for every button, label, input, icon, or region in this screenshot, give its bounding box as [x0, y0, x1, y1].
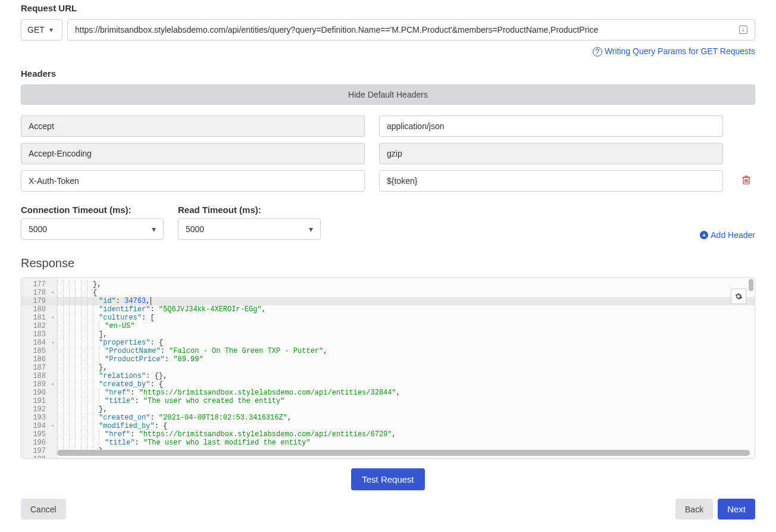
add-header-label: Add Header	[711, 230, 755, 240]
headers-label: Headers	[21, 68, 755, 79]
plus-icon: +	[700, 231, 708, 239]
request-url-label: Request URL	[21, 3, 755, 13]
next-button[interactable]: Next	[718, 499, 755, 520]
connection-timeout-select[interactable]: 5000	[21, 218, 164, 240]
url-trailing-icon[interactable]: ⇣	[739, 26, 747, 34]
request-url-value: https://brimitsandbox.stylelabsdemo.com/…	[75, 25, 598, 35]
settings-button[interactable]	[731, 289, 746, 304]
horizontal-scrollbar[interactable]	[57, 450, 750, 456]
hide-default-headers-button[interactable]: Hide Default Headers	[21, 85, 755, 105]
add-header-button[interactable]: + Add Header	[700, 230, 755, 240]
gear-icon	[734, 292, 743, 301]
header-value[interactable]: application/json	[379, 115, 723, 137]
header-key[interactable]: X-Auth-Token	[21, 170, 365, 192]
help-link[interactable]: Writing Query Params for GET Requests	[605, 46, 755, 56]
header-key: Accept	[21, 115, 365, 137]
response-code-panel[interactable]: 1771781791801811821831841851861871881891…	[21, 277, 755, 459]
headers-grid: Accept application/json Accept-Encoding …	[21, 115, 755, 192]
http-method-select[interactable]: GET	[21, 19, 62, 40]
trash-icon	[742, 175, 750, 184]
line-number-gutter: 1771781791801811821831841851861871881891…	[21, 278, 57, 458]
connection-timeout-value: 5000	[29, 224, 47, 234]
cancel-button[interactable]: Cancel	[21, 499, 66, 520]
help-link-row: ?Writing Query Params for GET Requests	[21, 46, 755, 57]
read-timeout-select[interactable]: 5000	[178, 218, 321, 240]
header-key: Accept-Encoding	[21, 143, 365, 164]
read-timeout-value: 5000	[186, 224, 204, 234]
back-button[interactable]: Back	[675, 499, 713, 520]
help-icon: ?	[593, 47, 602, 57]
request-url-input[interactable]: https://brimitsandbox.stylelabsdemo.com/…	[67, 19, 755, 40]
delete-header-button[interactable]	[737, 175, 755, 187]
code-body[interactable]: },{"id": 34763,"identifier": "5Q6JVJ34kk…	[57, 278, 755, 458]
header-value[interactable]: ${token}	[379, 170, 723, 192]
response-title: Response	[21, 256, 755, 270]
connection-timeout-label: Connection Timeout (ms):	[21, 205, 164, 215]
http-method-value: GET	[27, 25, 45, 35]
header-value: gzip	[379, 143, 723, 164]
read-timeout-label: Read Timeout (ms):	[178, 205, 321, 215]
test-request-button[interactable]: Test Request	[351, 468, 425, 490]
